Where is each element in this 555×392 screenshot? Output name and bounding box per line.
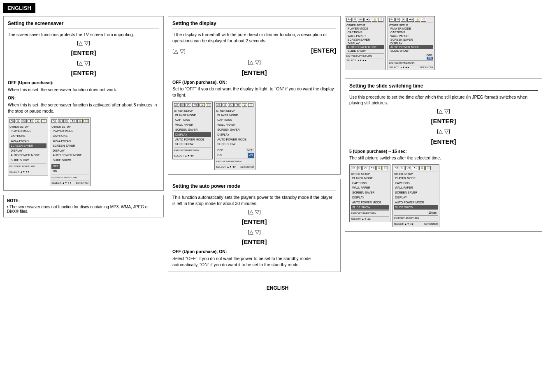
settings-icon-ts: 📋 xyxy=(421,18,426,22)
sls-select-row: SELECT: ▲▼◄► SET:ENTER xyxy=(394,221,438,226)
sls-other-setup: OTHER SETUP xyxy=(394,172,438,176)
display-enter1: [ENTER] xyxy=(311,46,336,55)
speaker-icon-t: ◄)) xyxy=(365,18,371,22)
screensaver-off-title: OFF (Upon purchase): xyxy=(8,80,159,86)
a-icon-sl: (A) xyxy=(362,166,368,170)
auto-power-title: Setting the auto power mode xyxy=(172,183,336,191)
exit-label-s1: EXIT/SETUP/RETURN xyxy=(51,176,77,179)
slide-switch-intro: Use this procedure to set the time after… xyxy=(349,94,538,106)
slide-purchase-title: 5 (Upon purchase) ~ 15 sec: xyxy=(349,148,538,154)
display-off-on-text: Set to "OFF" if you do not want the disp… xyxy=(172,86,336,98)
note-title: NOTE: xyxy=(7,198,160,203)
a-icon-ds: (A) xyxy=(228,103,234,107)
lock-icon-s1: 🔒 xyxy=(77,119,83,123)
submenu-display-1: DISPLAY xyxy=(51,148,89,153)
a-icon-d: (A) xyxy=(186,103,191,107)
display-main-menu: Aa ⊟ (A) ◄)) 🔒 📋 OTHER SETUP PLAYER MODE… xyxy=(172,101,213,159)
ds-on-tag: ON xyxy=(248,153,254,158)
sls-set-enter: SET:ENTER xyxy=(424,222,438,226)
settings-icon-sls: 📋 xyxy=(425,166,431,170)
auto-power-enter2: [ENTER] xyxy=(172,238,336,246)
sls-slide-show: SLIDE SHOW xyxy=(394,205,438,210)
speaker-icon-ds: ◄)) xyxy=(235,103,241,107)
top-menu-header: Aa ⊟ (A) ◄)) 🔒 📋 xyxy=(346,18,384,23)
top-other-setup: OTHER SETUP xyxy=(346,24,384,27)
disc-icon: ⊟ xyxy=(16,119,20,123)
submenu-header-1: Aa ⊟ (A) ◄)) 🔒 📋 xyxy=(51,119,89,125)
sl-wall-paper: WALL PAPER xyxy=(351,185,389,190)
sl-slide-show: SLIDE SHOW xyxy=(351,205,389,210)
speaker-icon-ts: ◄)) xyxy=(407,18,414,22)
menu-select-1: SELECT: ▲▼◄► xyxy=(9,169,46,173)
menu-screen-saver-1: SCREEN SAVER xyxy=(9,143,46,148)
aa-icon-t: Aa xyxy=(346,18,352,22)
ts-off-tag: OFF xyxy=(425,54,433,57)
d-captions: CAPTIONS xyxy=(174,118,211,122)
screensaver-on-title: ON: xyxy=(8,95,159,101)
submenu-select-1: SELECT: ▲▼◄► SET:ENTER xyxy=(51,180,89,184)
d-slide-show: SLIDE SHOW xyxy=(174,142,211,147)
column-2: Setting the display If the display is tu… xyxy=(168,16,341,272)
top-submenu: Aa ⊟ (A) ◄)) 🔒 📋 OTHER SETUP PLAYER MODE… xyxy=(388,16,435,70)
auto-power-off-on-title: OFF (Upon purchase), ON: xyxy=(172,249,336,255)
footer-label: ENGLISH xyxy=(0,284,555,293)
slide-purchase-text: The still picture switches after the sel… xyxy=(349,155,538,161)
select-label-1: SELECT: ▲▼◄► xyxy=(9,170,30,173)
ts-player-mode: PLAYER MODE xyxy=(389,27,433,30)
screensaver-title: Setting the screensaver xyxy=(8,21,159,28)
ts-auto-power: AUTO POWER MODE xyxy=(389,45,433,49)
t-select-row: SELECT: ▲▼◄► xyxy=(346,58,384,62)
d-select-label: SELECT: ▲▼◄► xyxy=(174,153,211,157)
t-slide-show: SLIDE SHOW xyxy=(346,49,384,53)
screensaver-intro: The screensaver functions protects the T… xyxy=(8,32,159,38)
menu-slide-show-1: SLIDE SHOW xyxy=(9,158,46,163)
a-icon-ts: (A) xyxy=(401,18,406,22)
ds-auto-power: AUTO POWER MODE xyxy=(216,137,254,142)
top-display-menus: Aa ⊟ (A) ◄)) 🔒 📋 OTHER SETUP PLAYER MODE… xyxy=(345,16,542,70)
disc-icon-s1: ⊟ xyxy=(58,119,63,123)
screensaver-section: Setting the screensaver The screensaver … xyxy=(3,16,164,191)
sl-exit-label: EXIT/SETUP/RETURN xyxy=(351,212,376,215)
speaker-icon-d: ◄)) xyxy=(192,103,199,107)
sl-player-mode: PLAYER MODE xyxy=(351,176,389,181)
sl-screen-saver: SCREEN SAVER xyxy=(351,190,389,195)
ts-footer: EXIT/SETUP/RETURN xyxy=(389,60,433,64)
d-select: SELECT: ▲▼◄► xyxy=(174,154,195,157)
t-select: SELECT: ▲▼◄► xyxy=(346,59,367,62)
slide-other-setup: OTHER SETUP xyxy=(351,172,389,176)
screensaver-enter1: [ENTER] xyxy=(8,48,159,57)
settings-icon: 📋 xyxy=(41,119,46,123)
slide-menu-header: Aa ⊟ (A) ◄)) 🔒 📋 xyxy=(351,166,389,171)
set-enter-s1: SET:ENTER xyxy=(76,181,89,184)
display-menu-screens: Aa ⊟ (A) ◄)) 🔒 📋 OTHER SETUP PLAYER MODE… xyxy=(172,101,336,171)
sl-select-row: SELECT: ▲▼◄► xyxy=(351,216,389,221)
display-nav2: [△ ▽] xyxy=(172,59,336,66)
sls-exit: EXIT/SETUP/RETURN xyxy=(394,217,419,220)
aa-icon-s1: Aa xyxy=(51,119,57,123)
lock-icon-ts: 🔒 xyxy=(415,18,420,22)
d-display: DISPLAY xyxy=(174,132,211,137)
sls-player-mode: PLAYER MODE xyxy=(394,176,438,181)
screensaver-nav2: [△ ▽] xyxy=(8,60,159,67)
d-wall-paper: WALL PAPER xyxy=(174,122,211,127)
sl-select: SELECT: ▲▼◄► xyxy=(351,217,372,221)
lock-icon-d: 🔒 xyxy=(200,103,205,107)
top-main-menu: Aa ⊟ (A) ◄)) 🔒 📋 OTHER SETUP PLAYER MODE… xyxy=(345,16,386,70)
auto-power-section: Setting the auto power mode This functio… xyxy=(168,179,341,272)
sls-val xyxy=(394,211,396,214)
ds-screen-saver: SCREEN SAVER xyxy=(216,127,254,132)
slide-enter2: [ENTER] xyxy=(349,137,538,146)
ts-on xyxy=(389,57,392,60)
ds-captions: CAPTIONS xyxy=(216,118,254,122)
settings-icon-d: 📋 xyxy=(206,103,211,107)
speaker-icon-sl: ◄)) xyxy=(369,166,376,170)
sls-display: DISPLAY xyxy=(394,195,438,200)
a-icon: (A) xyxy=(21,119,27,123)
d-player-mode: PLAYER MODE xyxy=(174,113,211,118)
ts-display: DISPLAY xyxy=(389,42,433,45)
ds-footer: EXIT/SETUP/RETURN xyxy=(216,159,254,163)
submenu-slide-show-1: SLIDE SHOW xyxy=(51,158,89,163)
sl-display: DISPLAY xyxy=(351,195,389,200)
ts-exit: EXIT/SETUP/RETURN xyxy=(389,62,415,64)
ts-wall-paper: WALL PAPER xyxy=(389,34,433,38)
